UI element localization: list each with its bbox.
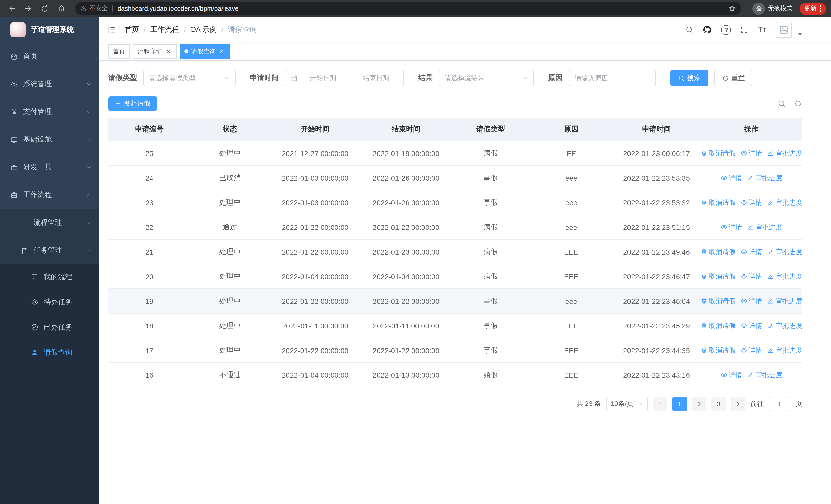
tab-process-detail[interactable]: 流程详情: [133, 44, 177, 59]
detail-link[interactable]: 详情: [741, 346, 762, 355]
next-page-button[interactable]: [731, 397, 745, 411]
chevron-down-icon: [86, 137, 92, 143]
sidebar-item-system[interactable]: 系统管理: [0, 70, 99, 98]
sidebar-item-home[interactable]: 首页: [0, 42, 99, 70]
table-row: 21处理中2022-01-22 00:00:002022-01-23 00:00…: [108, 240, 802, 264]
sidebar-item-task-mgmt[interactable]: 任务管理: [0, 237, 99, 264]
cell-leave-type: 婚假: [451, 363, 530, 387]
approval-progress-link[interactable]: 审批进度: [767, 272, 802, 281]
detail-link[interactable]: 详情: [721, 173, 742, 182]
header-search-button[interactable]: [686, 26, 694, 34]
font-size-button[interactable]: [758, 26, 766, 34]
detail-link[interactable]: 详情: [721, 370, 742, 380]
browser-home-button[interactable]: [54, 2, 68, 15]
fullscreen-button[interactable]: [740, 26, 749, 34]
cell-status: 已取消: [191, 166, 269, 190]
cancel-leave-link[interactable]: 取消请假: [700, 321, 736, 330]
approval-progress-link[interactable]: 审批进度: [767, 247, 802, 256]
incognito-icon: [752, 2, 765, 14]
detail-link[interactable]: 详情: [741, 272, 762, 281]
approval-progress-link[interactable]: 审批进度: [767, 321, 802, 330]
toggle-search-button[interactable]: [778, 99, 786, 108]
approval-progress-link[interactable]: 审批进度: [767, 346, 802, 355]
cancel-leave-link[interactable]: 取消请假: [700, 149, 736, 158]
user-icon: [31, 349, 38, 356]
cell-reason: EE: [530, 141, 612, 165]
edit-icon: [767, 273, 774, 280]
github-link[interactable]: [703, 25, 712, 34]
cancel-leave-link[interactable]: 取消请假: [700, 296, 736, 306]
sidebar-item-done-tasks[interactable]: 已办任务: [0, 315, 99, 340]
sidebar-fold-button[interactable]: [107, 25, 116, 34]
result-select[interactable]: 请选择流结果: [439, 70, 534, 86]
apply-time-range-picker[interactable]: 开始日期 - 结束日期: [285, 70, 404, 86]
cell-leave-type: 病假: [451, 240, 530, 264]
page-button-3[interactable]: 3: [711, 397, 726, 411]
approval-progress-link[interactable]: 审批进度: [747, 223, 782, 232]
reset-button[interactable]: 重置: [715, 70, 752, 86]
cell-start-time: 2022-01-22 00:00:00: [269, 240, 361, 264]
help-icon[interactable]: [721, 25, 731, 35]
sidebar-item-workflow[interactable]: 工作流程: [0, 181, 99, 209]
sidebar-item-leave-query[interactable]: 请假查询: [0, 340, 99, 365]
approval-progress-link[interactable]: 审批进度: [767, 296, 802, 306]
tab-leave-query[interactable]: 请假查询: [180, 44, 230, 59]
cell-end-time: 2022-01-22 00:00:00: [361, 289, 451, 313]
cancel-leave-link[interactable]: 取消请假: [700, 272, 736, 281]
detail-link[interactable]: 详情: [721, 223, 742, 232]
breadcrumb-separator: /: [221, 26, 223, 34]
approval-progress-link[interactable]: 审批进度: [747, 173, 782, 182]
sidebar-item-process-mgmt[interactable]: 流程管理: [0, 209, 99, 237]
refresh-table-button[interactable]: [794, 99, 802, 108]
leave-type-select[interactable]: 请选择请假类型: [143, 70, 236, 86]
cancel-leave-link[interactable]: 取消请假: [700, 346, 736, 355]
close-icon[interactable]: [165, 48, 172, 55]
sidebar-item-todo-tasks[interactable]: 待办任务: [0, 290, 99, 315]
breadcrumb-home[interactable]: 首页: [125, 25, 139, 34]
close-icon[interactable]: [218, 48, 225, 55]
page-button-2[interactable]: 2: [692, 397, 706, 411]
detail-link[interactable]: 详情: [741, 247, 762, 256]
cell-apply-time: 2022-01-22 23:49:46: [612, 240, 700, 264]
sidebar-item-payment[interactable]: 支付管理: [0, 98, 99, 126]
cell-status: 不通过: [191, 363, 269, 387]
detail-link[interactable]: 详情: [741, 321, 762, 330]
goto-prefix: 前往: [750, 399, 764, 409]
browser-back-button[interactable]: [5, 2, 19, 15]
detail-link[interactable]: 详情: [741, 198, 762, 207]
cell-id: 16: [108, 363, 191, 387]
bookmark-star-icon[interactable]: [728, 5, 736, 12]
page-button-1[interactable]: 1: [672, 397, 687, 411]
browser-forward-button[interactable]: [22, 2, 35, 15]
browser-reload-button[interactable]: [38, 2, 51, 15]
cell-start-time: 2022-01-11 00:00:00: [269, 314, 361, 338]
sidebar-item-infra[interactable]: 基础设施: [0, 126, 99, 153]
sidebar-item-devtools[interactable]: 研发工具: [0, 153, 99, 181]
browser-update-button[interactable]: 更新: [800, 2, 826, 14]
detail-link[interactable]: 详情: [741, 149, 762, 158]
approval-progress-link[interactable]: 审批进度: [767, 198, 802, 207]
tab-home[interactable]: 首页: [108, 44, 130, 59]
search-button[interactable]: 搜索: [670, 70, 708, 86]
create-leave-button[interactable]: 发起请假: [108, 96, 157, 111]
cell-start-time: 2021-12-27 00:00:00: [269, 141, 361, 165]
cancel-leave-link[interactable]: 取消请假: [700, 198, 736, 207]
page-size-select[interactable]: 10条/页: [606, 397, 648, 411]
breadcrumb-workflow[interactable]: 工作流程: [150, 25, 179, 34]
chevron-down-icon: [522, 75, 528, 81]
prev-page-button[interactable]: [653, 397, 667, 411]
cancel-leave-link[interactable]: 取消请假: [700, 247, 736, 256]
cell-apply-time: 2022-01-22 23:53:35: [612, 166, 700, 190]
cell-leave-type: 病假: [451, 215, 530, 239]
goto-page-input[interactable]: [769, 397, 791, 411]
reason-input[interactable]: [569, 70, 656, 86]
cell-actions: 取消请假详情审批进度: [700, 240, 802, 264]
approval-progress-link[interactable]: 审批进度: [767, 149, 802, 158]
user-avatar[interactable]: [776, 22, 792, 38]
sidebar-item-my-process[interactable]: 我的流程: [0, 264, 99, 290]
approval-progress-link[interactable]: 审批进度: [747, 370, 782, 380]
breadcrumb-oa-example[interactable]: OA 示例: [191, 25, 217, 34]
address-bar[interactable]: 不安全 dashboard.yudao.iocoder.cn/bpm/oa/le…: [75, 2, 741, 15]
cell-status: 通过: [191, 215, 269, 239]
detail-link[interactable]: 详情: [741, 296, 762, 306]
